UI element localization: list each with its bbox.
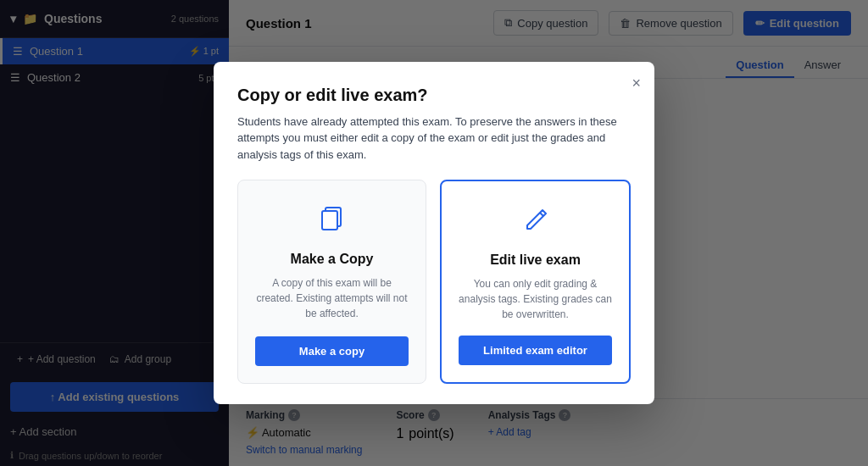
modal-overlay: × Copy or edit live exam? Students have … bbox=[0, 0, 868, 466]
modal-options: Make a Copy A copy of this exam will be … bbox=[237, 180, 631, 384]
modal-close-button[interactable]: × bbox=[632, 75, 641, 91]
modal-description: Students have already attempted this exa… bbox=[237, 114, 631, 164]
edit-live-title: Edit live exam bbox=[490, 252, 581, 268]
modal-title: Copy or edit live exam? bbox=[237, 86, 631, 105]
make-copy-option: Make a Copy A copy of this exam will be … bbox=[237, 180, 426, 384]
svg-rect-1 bbox=[322, 211, 337, 230]
make-copy-button[interactable]: Make a copy bbox=[255, 336, 409, 366]
copy-option-title: Make a Copy bbox=[291, 252, 374, 267]
limited-editor-button[interactable]: Limited exam editor bbox=[459, 336, 612, 365]
pencil-option-icon bbox=[519, 202, 553, 242]
edit-live-option: Edit live exam You can only edit grading… bbox=[440, 180, 631, 384]
modal-dialog: × Copy or edit live exam? Students have … bbox=[214, 62, 654, 405]
edit-live-desc: You can only edit grading & analysis tag… bbox=[459, 276, 612, 322]
copy-option-icon bbox=[315, 201, 349, 241]
copy-option-desc: A copy of this exam will be created. Exi… bbox=[255, 275, 409, 323]
